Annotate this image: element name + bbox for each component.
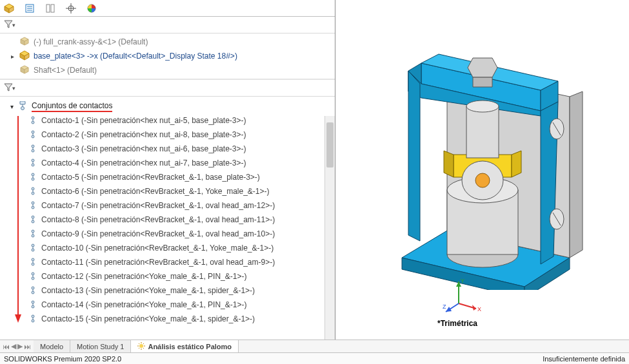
contact-item[interactable]: Contacto-2 (-Sin penetración<hex nut_ai-… [28, 128, 323, 142]
contact-item[interactable]: Contacto-1 (-Sin penetración<hex nut_ai-… [28, 113, 323, 128]
component-row[interactable]: (-) full_crank-assy-&<1> (Default) [0, 35, 335, 49]
svg-marker-91 [512, 151, 521, 177]
contact-item[interactable]: Contacto-4 (-Sin penetración<hex nut_ai-… [28, 156, 323, 170]
svg-point-46 [32, 192, 34, 195]
contact-icon [28, 186, 37, 197]
expand-arrow-icon[interactable]: ▸ [9, 53, 15, 60]
contact-item[interactable]: Contacto-11 (-Sin penetración<RevBracket… [28, 255, 323, 269]
svg-point-50 [32, 216, 34, 218]
dropdown-arrow-icon[interactable]: ▾ [12, 85, 15, 91]
contact-item[interactable]: Contacto-13 (-Sin penetración<Yoke_male_… [28, 283, 323, 298]
tab-crosshair-icon[interactable] [65, 2, 77, 15]
contact-label: Contacto-10 (-Sin penetración<RevBracket… [41, 244, 274, 253]
svg-point-53 [32, 230, 34, 233]
funnel-icon[interactable] [4, 82, 13, 93]
svg-point-28 [21, 106, 25, 110]
contact-item[interactable]: Contacto-9 (-Sin penetración<RevBracket_… [28, 227, 323, 241]
component-row[interactable]: ▸ base_plate<3> ->x (Default<<Default>_D… [0, 49, 335, 63]
contact-sets-header[interactable]: ▾ Conjuntos de contactos [10, 99, 323, 113]
tab-prev-icon[interactable]: ◀ [11, 342, 16, 350]
svg-point-67 [32, 291, 34, 294]
tab-config-icon[interactable] [44, 2, 57, 15]
svg-rect-92 [466, 106, 499, 158]
contact-item[interactable]: Contacto-7 (-Sin penetración<RevBracket_… [28, 198, 323, 213]
contact-set-icon [17, 101, 28, 112]
svg-point-35 [32, 145, 34, 148]
svg-marker-78 [570, 91, 583, 258]
svg-text:Z: Z [443, 303, 446, 310]
svg-rect-7 [46, 5, 50, 12]
svg-line-117 [143, 348, 144, 349]
collapse-arrow-icon[interactable]: ▾ [10, 103, 14, 110]
svg-point-38 [32, 159, 34, 162]
svg-line-118 [139, 348, 139, 349]
contact-label: Contacto-13 (-Sin penetración<Yoke_male_… [41, 286, 255, 295]
svg-point-64 [32, 277, 34, 280]
svg-point-73 [32, 320, 34, 322]
tab-assembly-icon[interactable] [3, 2, 15, 15]
contact-icon [28, 144, 37, 155]
tab-next-icon[interactable]: ▶ [17, 342, 23, 350]
svg-point-32 [32, 131, 34, 133]
contact-label: Contacto-2 (-Sin penetración<hex nut_ai-… [41, 130, 246, 139]
contact-icon [28, 215, 37, 225]
svg-point-71 [32, 315, 34, 318]
study-section: ▾ Conjuntos de contactos Contacto-1 (-Si… [0, 97, 335, 340]
tab-first-icon[interactable]: ⏮ [3, 343, 10, 350]
contact-item[interactable]: Contacto-5 (-Sin penetración<RevBracket_… [28, 170, 323, 184]
contact-icon [28, 285, 37, 296]
contact-label: Contacto-5 (-Sin penetración<RevBracket_… [41, 173, 260, 182]
contact-label: Contacto-3 (-Sin penetración<hex nut_ai-… [41, 144, 246, 153]
contact-item[interactable]: Contacto-6 (-Sin penetración<RevBracket_… [28, 184, 323, 198]
svg-point-29 [32, 117, 34, 119]
contact-label: Contacto-11 (-Sin penetración<RevBracket… [41, 258, 275, 267]
axis-triad-icon: X Y Z [443, 276, 481, 315]
tab-analysis[interactable]: Análisis estático Palomo [131, 340, 239, 353]
contact-label: Contacto-8 (-Sin penetración<RevBracket_… [41, 215, 275, 224]
contact-label: Contacto-1 (-Sin penetración<hex nut_ai-… [41, 116, 246, 125]
svg-point-70 [32, 305, 34, 308]
svg-point-68 [32, 301, 34, 303]
tab-properties-icon[interactable] [23, 2, 36, 15]
contact-icon [28, 172, 37, 183]
tab-last-icon[interactable]: ⏭ [24, 343, 31, 350]
viewport[interactable]: X Y Z *Trimétrica [335, 0, 629, 340]
tab-motion-study[interactable]: Motion Study 1 [70, 340, 131, 353]
svg-line-116 [139, 343, 139, 344]
tab-modelo[interactable]: Modelo [34, 340, 70, 353]
filter-row-study: ▾ [0, 80, 335, 97]
contact-item[interactable]: Contacto-14 (-Sin penetración<Yoke_male_… [28, 298, 323, 312]
tab-appearance-icon[interactable] [85, 2, 98, 15]
svg-line-119 [143, 343, 144, 344]
svg-point-65 [32, 287, 34, 289]
contact-item[interactable]: Contacto-8 (-Sin penetración<RevBracket_… [28, 213, 323, 227]
filter-row-top: ▾ [0, 17, 335, 34]
contact-label: Contacto-7 (-Sin penetración<RevBracket_… [41, 201, 275, 210]
svg-point-55 [32, 235, 34, 237]
component-label: (-) full_crank-assy-&<1> (Default) [34, 37, 148, 46]
contact-icon [28, 115, 37, 126]
assembly-dim-icon [19, 64, 30, 77]
dropdown-arrow-icon[interactable]: ▾ [12, 22, 15, 28]
contact-item[interactable]: Contacto-15 (-Sin penetración<Yoke_male_… [28, 312, 323, 326]
contact-label: Contacto-12 (-Sin penetración<Yoke_male_… [41, 272, 246, 281]
tab-nav[interactable]: ⏮ ◀ ▶ ⏭ [0, 342, 34, 350]
contact-item[interactable]: Contacto-3 (-Sin penetración<hex nut_ai-… [28, 142, 323, 156]
svg-point-59 [32, 258, 34, 261]
assembly-dim-icon [19, 36, 30, 48]
contact-item[interactable]: Contacto-12 (-Sin penetración<Yoke_male_… [28, 269, 323, 283]
component-row[interactable]: Shaft<1> (Default) [0, 63, 335, 77]
contact-list: Contacto-1 (-Sin penetración<hex nut_ai-… [28, 113, 323, 326]
contact-icon [28, 243, 37, 254]
svg-point-95 [475, 173, 490, 187]
left-panel: ▾ (-) full_crank-assy-&<1> (Default) ▸ b… [0, 0, 335, 340]
svg-point-31 [32, 121, 34, 124]
funnel-icon[interactable] [4, 19, 13, 30]
svg-point-61 [32, 263, 34, 265]
svg-point-111 [139, 344, 143, 348]
contact-label: Contacto-9 (-Sin penetración<RevBracket_… [41, 229, 275, 238]
svg-point-41 [32, 173, 34, 176]
contact-icon [28, 271, 37, 282]
contact-item[interactable]: Contacto-10 (-Sin penetración<RevBracket… [28, 241, 323, 255]
contact-icon [28, 257, 37, 268]
